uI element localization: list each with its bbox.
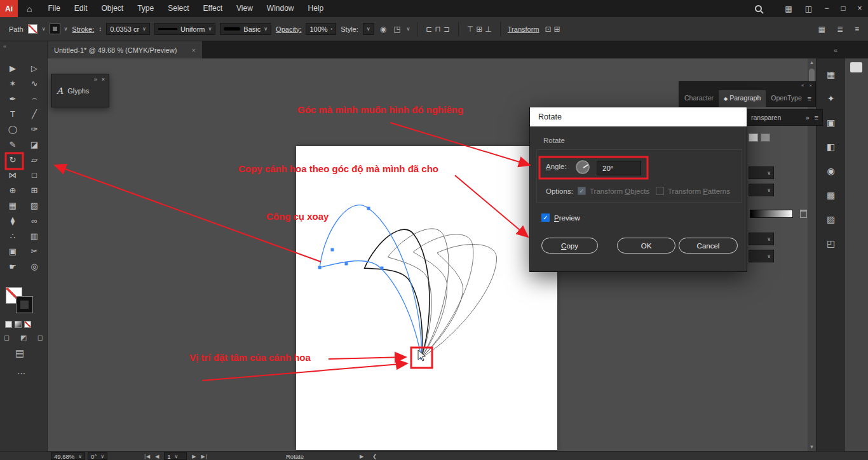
layers-panel-icon[interactable]: ◧: [817, 135, 845, 159]
zoom-tool-icon[interactable]: ◎: [24, 259, 45, 274]
free-transform-tool-icon[interactable]: □: [24, 167, 45, 182]
preview-checkbox[interactable]: ✓: [541, 213, 550, 222]
angle-input[interactable]: 20°: [597, 161, 641, 175]
brush-definition-field[interactable]: Basic ∨: [220, 23, 271, 35]
transform-patterns-chec kbox[interactable]: [656, 187, 664, 195]
align-icon[interactable]: ⊐: [442, 25, 451, 34]
angle-dial[interactable]: [575, 159, 590, 175]
rotate-tool-icon[interactable]: ↻: [2, 152, 24, 167]
panel-dropdown[interactable]: ∨: [749, 233, 774, 245]
opacity-field[interactable]: 100% ›: [306, 23, 336, 35]
properties-panel-icon[interactable]: ▦: [817, 62, 845, 86]
stroke-swatch[interactable]: [50, 24, 60, 34]
arrange-documents-icon[interactable]: ◫: [799, 4, 818, 13]
gradient-slider[interactable]: [750, 210, 793, 218]
stroke-option-icon[interactable]: [761, 133, 770, 142]
tab-paragraph[interactable]: ◆Paragraph: [719, 90, 766, 107]
document-setup-icon[interactable]: ◉: [379, 25, 388, 34]
none-mode-swatch[interactable]: [24, 321, 31, 328]
symbol-sprayer-tool-icon[interactable]: ∴: [2, 228, 24, 243]
magic-wand-tool-icon[interactable]: ✶: [2, 76, 24, 91]
panel-expand-icon[interactable]: »: [806, 114, 815, 121]
panel-expand-icon[interactable]: »: [94, 76, 97, 83]
stroke-color-swatch[interactable]: [17, 297, 32, 313]
gradient-panel-icon[interactable]: ▨: [817, 207, 845, 231]
artboard-number-field[interactable]: 1 ∨: [164, 452, 187, 460]
lasso-tool-icon[interactable]: ∿: [24, 76, 45, 91]
libraries-panel-icon[interactable]: ✦: [817, 86, 845, 111]
dialog-title[interactable]: Rotate: [530, 107, 747, 126]
color-panel-icon[interactable]: ◉: [817, 159, 845, 183]
chevron-down-icon[interactable]: ∨: [406, 26, 410, 32]
pen-tool-icon[interactable]: ✒: [2, 91, 24, 106]
paintbrush-tool-icon[interactable]: ✑: [24, 121, 45, 137]
slice-tool-icon[interactable]: ✂: [24, 243, 45, 259]
next-artboard-icon[interactable]: ▶: [192, 454, 196, 459]
menu-item[interactable]: Effect: [196, 0, 229, 17]
artboard-tool-icon[interactable]: ▣: [2, 243, 24, 259]
delete-icon[interactable]: [800, 210, 807, 218]
first-artboard-icon[interactable]: ∣◀: [144, 454, 150, 459]
panel-collapse-icon[interactable]: «: [801, 83, 804, 90]
play-icon[interactable]: ▶: [360, 454, 363, 459]
distribute-icon[interactable]: ⊥: [484, 25, 492, 34]
scroll-up-icon[interactable]: ▲: [808, 60, 816, 65]
width-tool-icon[interactable]: ⋈: [2, 167, 24, 182]
transform-panel-link[interactable]: Transform: [508, 25, 539, 33]
home-icon[interactable]: ⌂: [27, 4, 32, 14]
collapsed-panel-icon[interactable]: [850, 62, 862, 72]
hand-tool-icon[interactable]: ☛: [2, 259, 24, 274]
selection-tool-icon[interactable]: ▶: [2, 60, 24, 76]
tab-character[interactable]: Character: [679, 90, 719, 106]
close-tab-icon[interactable]: ×: [192, 46, 196, 54]
panel-toggle-icon[interactable]: ≣: [836, 25, 844, 34]
blend-tool-icon[interactable]: ∞: [24, 213, 45, 228]
panel-toggle-icon[interactable]: ≡: [853, 25, 860, 34]
scale-tool-icon[interactable]: ▱: [24, 152, 45, 167]
maximize-button[interactable]: □: [835, 0, 851, 17]
edit-toolbar-icon[interactable]: ⋯: [17, 369, 25, 378]
menu-item[interactable]: File: [41, 0, 67, 17]
menu-item[interactable]: Object: [95, 0, 131, 17]
fill-chevron-icon[interactable]: ∨: [42, 26, 46, 32]
scroll-down-icon[interactable]: ▼: [808, 444, 816, 450]
back-icon[interactable]: ❮: [372, 454, 377, 459]
panel-dropdown[interactable]: ∨: [749, 166, 774, 179]
panel-close-icon[interactable]: ×: [809, 83, 812, 90]
cancel-button[interactable]: Cancel: [679, 238, 738, 254]
panel-menu-icon[interactable]: ≡: [815, 114, 822, 121]
color-mode-swatch[interactable]: [5, 321, 12, 328]
swatches-panel-icon[interactable]: ▩: [817, 183, 845, 207]
gradient-mode-swatch[interactable]: [15, 321, 22, 328]
minimize-button[interactable]: −: [818, 0, 835, 17]
ok-button[interactable]: OK: [617, 238, 675, 254]
draw-mode-icon[interactable]: ◻: [4, 334, 10, 342]
stroke-weight-field[interactable]: 0.0353 cr ∨: [106, 23, 150, 35]
search-icon[interactable]: [755, 5, 762, 12]
close-button[interactable]: ×: [851, 0, 868, 17]
workspace-switcher-icon[interactable]: ▦: [778, 4, 798, 13]
draw-mode-icon[interactable]: ◩: [20, 334, 27, 342]
mesh-tool-icon[interactable]: ▦: [2, 198, 24, 213]
glyphs-panel-tab[interactable]: A Glyphs: [51, 85, 109, 97]
stroke-stepper[interactable]: ↕: [98, 25, 102, 32]
copy-button[interactable]: Copy: [541, 238, 598, 254]
transparency-tab-label[interactable]: ransparen: [751, 114, 781, 121]
menu-item[interactable]: Edit: [67, 0, 95, 17]
menu-item[interactable]: Window: [260, 0, 301, 17]
variable-width-profile-field[interactable]: Uniform ∨: [154, 23, 215, 35]
stroke-option-icon[interactable]: [749, 133, 758, 142]
distribute-icon[interactable]: ⊤: [466, 25, 475, 34]
opacity-link[interactable]: Opacity:: [276, 25, 301, 33]
eraser-tool-icon[interactable]: ◪: [24, 137, 45, 152]
type-tool-icon[interactable]: T: [2, 106, 24, 121]
perspective-grid-tool-icon[interactable]: ⊞: [24, 182, 45, 198]
shape-builder-tool-icon[interactable]: ⊕: [2, 182, 24, 198]
align-icon[interactable]: ⊓: [433, 25, 442, 34]
prev-artboard-icon[interactable]: ◀: [155, 454, 159, 459]
align-icon[interactable]: ⊏: [424, 25, 433, 34]
rotation-field[interactable]: 0° ∨: [88, 452, 107, 460]
toolbar-collapse-icon[interactable]: «: [3, 43, 6, 50]
panel-dropdown[interactable]: ∨: [749, 184, 774, 196]
object-action-icon[interactable]: ⊡: [544, 25, 553, 34]
